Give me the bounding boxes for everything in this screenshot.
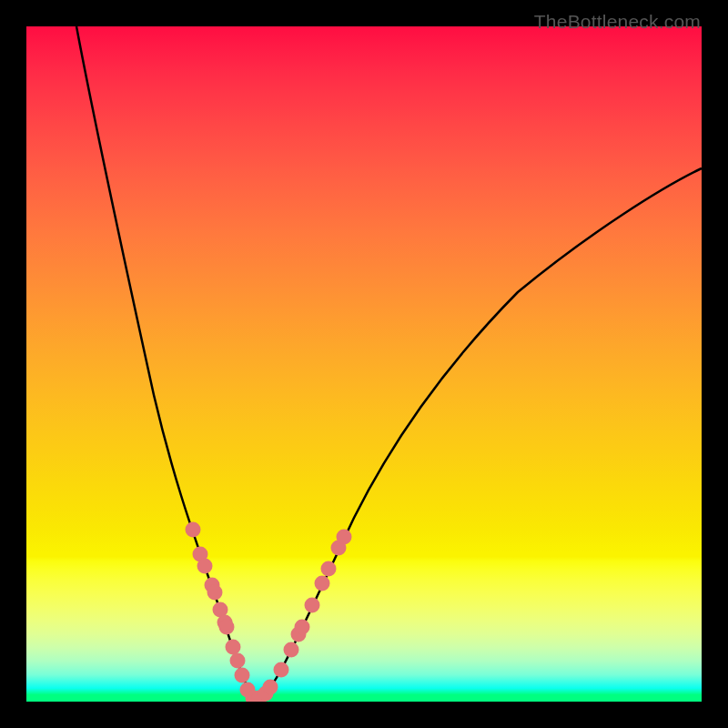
data-marker: [295, 620, 310, 635]
data-marker: [226, 640, 241, 655]
data-marker: [197, 559, 213, 574]
data-marker: [305, 598, 320, 613]
markers-right: [252, 530, 352, 703]
data-marker: [274, 662, 289, 678]
data-marker: [230, 653, 246, 669]
watermark-text: TheBottleneck.com: [534, 11, 701, 33]
plot-area: [26, 26, 702, 702]
data-marker: [337, 530, 352, 545]
data-marker: [219, 620, 235, 635]
data-marker: [263, 680, 278, 695]
data-marker: [315, 576, 330, 592]
curve-svg: [26, 26, 702, 702]
data-marker: [235, 668, 250, 683]
chart-frame: TheBottleneck.com: [0, 0, 728, 728]
data-marker: [207, 585, 223, 601]
markers-left: [186, 522, 261, 703]
data-marker: [321, 561, 337, 577]
data-marker: [186, 522, 201, 538]
data-marker: [284, 642, 299, 658]
bottleneck-curve: [76, 26, 702, 700]
